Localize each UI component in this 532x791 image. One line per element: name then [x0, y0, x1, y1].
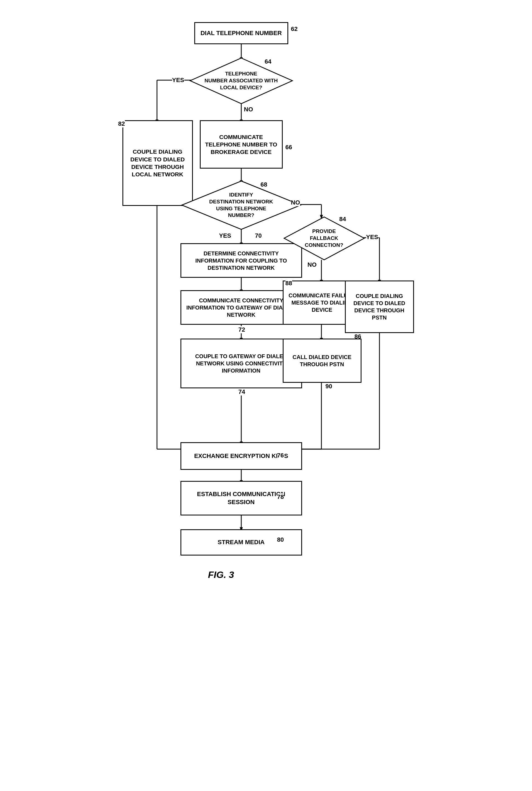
- no-label-local: NO: [244, 106, 253, 113]
- label-66: 66: [285, 144, 292, 151]
- no-label-identify: NO: [291, 199, 300, 206]
- label-82: 82: [118, 120, 125, 127]
- yes-label-identify: YES: [219, 232, 231, 239]
- dial-telephone-box: DIAL TELEPHONE NUMBER: [194, 22, 288, 44]
- label-62: 62: [291, 25, 298, 33]
- label-78: 78: [277, 493, 284, 501]
- diamond-local-device: TELEPHONENUMBER ASSOCIATED WITHLOCAL DEV…: [189, 57, 294, 105]
- label-70: 70: [255, 232, 262, 239]
- diamond-fallback: PROVIDEFALLBACKCONNECTION?: [283, 215, 366, 261]
- fig-label: FIG. 3: [208, 569, 234, 580]
- diamond-identify-text: IDENTIFYDESTINATION NETWORKUSING TELEPHO…: [204, 189, 279, 222]
- label-64: 64: [265, 58, 271, 65]
- communicate-tel-box: COMMUNICATE TELEPHONE NUMBER TO BROKERAG…: [200, 120, 283, 169]
- label-84: 84: [339, 215, 346, 223]
- label-88: 88: [285, 280, 292, 287]
- diamond-fallback-text: PROVIDEFALLBACKCONNECTION?: [299, 225, 349, 251]
- label-72: 72: [239, 326, 245, 333]
- yes-label-local: YES: [172, 77, 184, 84]
- couple-pstn-box: COUPLE DIALING DEVICE TO DIALED DEVICE T…: [345, 281, 414, 333]
- label-76: 76: [277, 452, 284, 459]
- yes-label-fallback: YES: [366, 233, 378, 241]
- flowchart-diagram: DIAL TELEPHONE NUMBER 62 TELEPHONENUMBER…: [114, 11, 418, 779]
- no-label-fallback: NO: [308, 261, 317, 268]
- label-74: 74: [239, 388, 245, 396]
- diamond-local-text: TELEPHONENUMBER ASSOCIATED WITHLOCAL DEV…: [199, 68, 283, 94]
- label-80: 80: [277, 536, 284, 543]
- label-68: 68: [261, 181, 267, 188]
- call-pstn-box: CALL DIALED DEVICE THROUGH PSTN: [283, 339, 361, 383]
- label-90: 90: [326, 383, 332, 390]
